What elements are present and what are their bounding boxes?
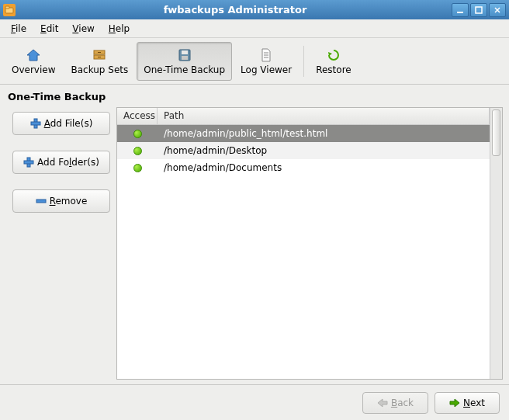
save-icon [176, 47, 193, 63]
cell-path: /home/admin/Desktop [158, 145, 490, 156]
window-title: fwbackups Administrator [20, 4, 450, 16]
plus-icon [23, 157, 34, 168]
back-button: Back [362, 392, 428, 414]
svg-rect-17 [31, 122, 40, 125]
toolbar-separator [303, 46, 304, 77]
back-arrow-icon [377, 398, 388, 408]
menu-view[interactable]: View [66, 21, 100, 36]
toolbar-restore[interactable]: Restore [309, 42, 358, 81]
close-button[interactable] [489, 3, 506, 17]
table-row[interactable]: /home/admin/Documents [117, 159, 490, 176]
file-list: Access Path /home/admin/public_html/test… [116, 107, 503, 380]
document-icon [258, 47, 275, 63]
access-ok-icon [133, 130, 142, 138]
menu-help[interactable]: Help [102, 21, 136, 36]
svg-rect-3 [476, 7, 482, 13]
cell-path: /home/admin/Documents [158, 162, 490, 173]
add-folders-button[interactable]: Add Folder(s) [12, 151, 110, 174]
toolbar-overview[interactable]: Overview [5, 42, 63, 81]
drawer-icon [91, 47, 108, 63]
home-icon [25, 47, 42, 63]
toolbar-log-viewer[interactable]: Log Viewer [234, 42, 299, 81]
content-area: Add File(s) Add Folder(s) Remove Access … [0, 107, 509, 384]
wizard-footer: Back Next [0, 384, 509, 420]
add-files-button[interactable]: Add File(s) [12, 112, 110, 135]
toolbar-label: Restore [316, 64, 351, 75]
table-row[interactable]: /home/admin/public_html/test.html [117, 125, 490, 142]
toolbar-label: Overview [12, 64, 56, 75]
toolbar-label: Log Viewer [241, 64, 292, 75]
svg-rect-2 [457, 12, 463, 13]
svg-rect-9 [98, 57, 101, 57]
plus-icon [30, 118, 41, 129]
cell-path: /home/admin/public_html/test.html [158, 128, 490, 139]
list-header: Access Path [117, 108, 490, 125]
svg-rect-20 [36, 200, 46, 203]
toolbar-label: Backup Sets [71, 64, 129, 75]
minimize-button[interactable] [452, 3, 469, 17]
toolbar-one-time-backup[interactable]: One-Time Backup [137, 42, 232, 81]
minus-icon [36, 196, 47, 207]
access-ok-icon [133, 164, 142, 172]
scrollbar-thumb[interactable] [492, 109, 500, 156]
toolbar: Overview Backup Sets One-Time Backup Log… [0, 38, 509, 85]
menubar: File Edit View Help [0, 19, 509, 38]
svg-rect-1 [5, 6, 9, 9]
remove-button[interactable]: Remove [12, 189, 110, 213]
access-ok-icon [133, 147, 142, 155]
titlebar[interactable]: fwbackups Administrator [0, 0, 509, 19]
side-panel: Add File(s) Add Folder(s) Remove [12, 107, 110, 380]
menu-file[interactable]: File [5, 21, 33, 36]
table-row[interactable]: /home/admin/Desktop [117, 142, 490, 159]
toolbar-backup-sets[interactable]: Backup Sets [64, 42, 136, 81]
app-icon [3, 4, 16, 16]
column-access[interactable]: Access [117, 108, 158, 124]
svg-rect-8 [98, 52, 101, 53]
column-path[interactable]: Path [158, 108, 490, 124]
svg-rect-19 [24, 161, 33, 164]
next-button[interactable]: Next [435, 392, 500, 414]
list-body[interactable]: /home/admin/public_html/test.html /home/… [117, 125, 490, 379]
toolbar-label: One-Time Backup [144, 64, 225, 75]
svg-rect-11 [182, 50, 188, 54]
scrollbar[interactable] [490, 108, 502, 379]
svg-rect-12 [182, 56, 188, 60]
restore-icon [325, 47, 342, 63]
menu-edit[interactable]: Edit [34, 21, 64, 36]
app-window: fwbackups Administrator File Edit View H… [0, 0, 509, 420]
maximize-button[interactable] [470, 3, 487, 17]
forward-arrow-icon [449, 398, 460, 408]
page-title: One-Time Backup [0, 85, 509, 107]
